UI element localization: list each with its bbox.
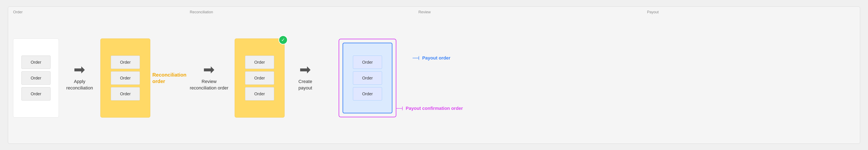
order-box-2: Order (22, 71, 51, 85)
create-payout-label: Create payout (299, 79, 312, 91)
payout-confirm-annotation: Payout confirmation order (396, 106, 463, 111)
payout-confirm-bracket-icon (396, 106, 404, 111)
recon-box-2: Order (111, 71, 140, 85)
order-panel: Order Order Order (13, 38, 59, 118)
section-label-payout: Payout (641, 10, 828, 14)
recon-box-1: Order (111, 56, 140, 69)
recon-box-3: Order (111, 87, 140, 100)
arrow-icon-2 (203, 65, 215, 75)
create-payout-arrow: Create payout (284, 65, 326, 91)
payout-box-2: Order (353, 71, 382, 85)
review-box-1: Order (245, 56, 274, 69)
review-reconciliation-label: Review reconciliation order (190, 79, 228, 91)
review-panel: ✓ Order Order Order (235, 38, 284, 118)
review-reconciliation-arrow: Review reconciliation order (184, 65, 235, 91)
apply-reconciliation-label: Apply reconciliation (66, 79, 93, 91)
review-box-2: Order (245, 71, 274, 85)
reconciliation-order-label: Reconciliation order (152, 71, 177, 85)
order-box-1: Order (22, 56, 51, 69)
payout-box-1: Order (353, 56, 382, 69)
apply-reconciliation-arrow: Apply reconciliation (59, 65, 100, 91)
main-container: Order Reconciliation Review Payout Order… (8, 6, 860, 144)
checkmark-badge: ✓ (279, 35, 288, 44)
payout-box-3: Order (353, 87, 382, 100)
payout-confirm-label: Payout confirmation order (406, 106, 463, 111)
reconciliation-wrapper: Order Order Order Reconciliation order (100, 38, 150, 118)
section-labels-row: Order Reconciliation Review Payout (13, 10, 855, 14)
arrow-icon-1 (73, 65, 86, 75)
section-label-reconciliation: Reconciliation (184, 10, 371, 14)
review-wrapper: ✓ Order Order Order (235, 38, 284, 118)
order-box-3: Order (22, 87, 51, 100)
payout-order-annotation: Payout order (412, 55, 451, 61)
payout-order-label: Payout order (422, 55, 451, 61)
payout-order-bracket-icon (412, 56, 421, 60)
main-flow: Order Order Order Apply reconciliation (13, 16, 855, 140)
arrow-icon-3 (299, 65, 312, 75)
section-label-review: Review (412, 10, 599, 14)
review-box-3: Order (245, 87, 274, 100)
payout-inner-panel: Order Order Order (343, 43, 393, 113)
payout-section: Order Order Order Payout order (339, 39, 396, 117)
reconciliation-panel: Order Order Order (100, 38, 150, 118)
payout-outer-border: Order Order Order (339, 39, 396, 117)
section-label-order: Order (13, 10, 138, 14)
